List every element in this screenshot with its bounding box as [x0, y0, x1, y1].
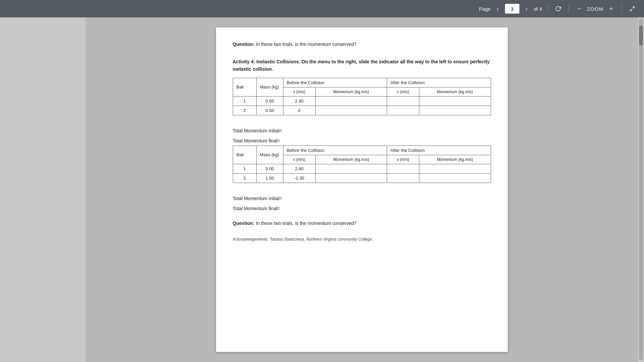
table1-r2-p-before	[315, 106, 387, 115]
momentum-initial-2: Total Momentum initial=	[233, 196, 491, 201]
table2-ball-header: Ball	[233, 145, 256, 164]
prev-page-button[interactable]: ‹	[493, 4, 503, 14]
table1-r2-v-before: 0	[283, 106, 315, 115]
main-area: Question: In these two trials, is the mo…	[0, 17, 644, 362]
question-bottom-label: Question:	[233, 221, 255, 226]
spacer1	[233, 117, 491, 123]
momentum-initial-1: Total Momentum initial=	[233, 128, 491, 133]
table1-r2-p-after	[419, 106, 491, 115]
table1-r2-mass: 0.50	[256, 106, 283, 115]
left-sidebar	[0, 17, 86, 362]
momentum-final-1: Total Momentum final=	[233, 138, 491, 143]
table2-after-header: After the Collision	[387, 145, 491, 155]
total-pages-label: of 4	[534, 6, 542, 12]
toolbar: Page ‹ 3 › of 4 − ZOOM +	[0, 0, 644, 17]
table2: Ball Mass (kg) Before the Collision Afte…	[233, 145, 491, 183]
zoom-label: ZOOM	[587, 6, 603, 12]
page-navigation: Page ‹ 3 › of 4	[479, 4, 542, 14]
divider-3	[622, 4, 622, 13]
zoom-out-button[interactable]: −	[574, 4, 584, 14]
question-bottom-text: In these two trials, is the momentum con…	[255, 221, 357, 226]
table1-r1-p-before	[315, 96, 387, 106]
table2-r2-ball: 2	[233, 173, 256, 183]
table2-r2-v-before: -1.30	[283, 173, 315, 183]
question-bottom: Question: In these two trials, is the mo…	[233, 220, 491, 227]
table1-v-after: v (m/s)	[387, 87, 419, 96]
table1-after-header: After the Collision	[387, 78, 491, 87]
table1-header-row: Ball Mass (kg) Before the Collision Afte…	[233, 78, 491, 87]
spacer3	[233, 213, 491, 220]
spacer2	[233, 184, 491, 191]
table2-before-header: Before the Collision	[283, 145, 387, 155]
table2-r2-p-before	[315, 173, 387, 183]
document-container[interactable]: Question: In these two trials, is the mo…	[86, 17, 638, 362]
table1-r2-v-after	[387, 106, 419, 115]
right-scrollbar[interactable]	[638, 17, 644, 362]
momentum-final-2: Total Momentum final=	[233, 206, 491, 211]
table1-row1: 1 0.50 2.40	[233, 96, 491, 106]
table2-row2: 2 1.50 -1.30	[233, 173, 491, 183]
document-page: Question: In these two trials, is the mo…	[216, 27, 508, 352]
table2-mass-header: Mass (kg)	[256, 145, 283, 164]
page-label: Page	[479, 6, 491, 12]
page-number-input[interactable]: 3	[505, 4, 520, 14]
table2-r1-p-after	[419, 164, 491, 173]
table1: Ball Mass (kg) Before the Collision Afte…	[233, 78, 491, 115]
table1-mass-header: Mass (kg)	[256, 78, 283, 96]
table2-r1-ball: 1	[233, 164, 256, 173]
scrollbar-thumb[interactable]	[639, 25, 643, 46]
table2-v-before: v (m/s)	[283, 155, 315, 164]
table1-r1-v-before: 2.40	[283, 96, 315, 106]
question-top-label: Question:	[233, 42, 255, 47]
table2-r2-mass: 1.50	[256, 173, 283, 183]
table2-row1: 1 3.00 2.40	[233, 164, 491, 173]
table1-p-before: Momentum (kg.m/s)	[315, 87, 387, 96]
table2-r1-v-before: 2.40	[283, 164, 315, 173]
refresh-button[interactable]	[553, 4, 563, 14]
svg-line-0	[633, 7, 634, 8]
table2-v-after: v (m/s)	[387, 155, 419, 164]
table1-before-header: Before the Collision	[283, 78, 387, 87]
table2-r1-p-before	[315, 164, 387, 173]
question-top-text: In these two trials, is the momentum con…	[255, 42, 357, 47]
svg-line-1	[630, 9, 632, 11]
table2-r2-p-after	[419, 173, 491, 183]
scrollbar-track[interactable]	[639, 19, 643, 361]
table2-r1-v-after	[387, 164, 419, 173]
table2-r1-mass: 3.00	[256, 164, 283, 173]
table1-row2: 2 0.50 0	[233, 106, 491, 115]
acknowledgements: Acknowledgements. Tatiana Stantcheva, No…	[233, 237, 491, 242]
question-top: Question: In these two trials, is the mo…	[233, 41, 491, 48]
table1-r1-ball: 1	[233, 96, 256, 106]
table2-header-row: Ball Mass (kg) Before the Collision Afte…	[233, 145, 491, 155]
table2-p-after: Momentum (kg.m/s)	[419, 155, 491, 164]
zoom-in-button[interactable]: +	[606, 4, 616, 14]
divider-2	[569, 4, 569, 13]
table1-r1-v-after	[387, 96, 419, 106]
table2-p-before: Momentum (kg.m/s)	[315, 155, 387, 164]
table1-v-before: v (m/s)	[283, 87, 315, 96]
table1-ball-header: Ball	[233, 78, 256, 96]
table1-r1-p-after	[419, 96, 491, 106]
fullscreen-button[interactable]	[627, 4, 637, 14]
table1-r1-mass: 0.50	[256, 96, 283, 106]
table2-r2-v-after	[387, 173, 419, 183]
table1-p-after: Momentum (kg.m/s)	[419, 87, 491, 96]
divider-1	[547, 4, 548, 13]
table1-r2-ball: 2	[233, 106, 256, 115]
activity4-heading: Activity 4: Inelastic Collisions. On the…	[233, 58, 491, 73]
next-page-button[interactable]: ›	[522, 4, 532, 14]
